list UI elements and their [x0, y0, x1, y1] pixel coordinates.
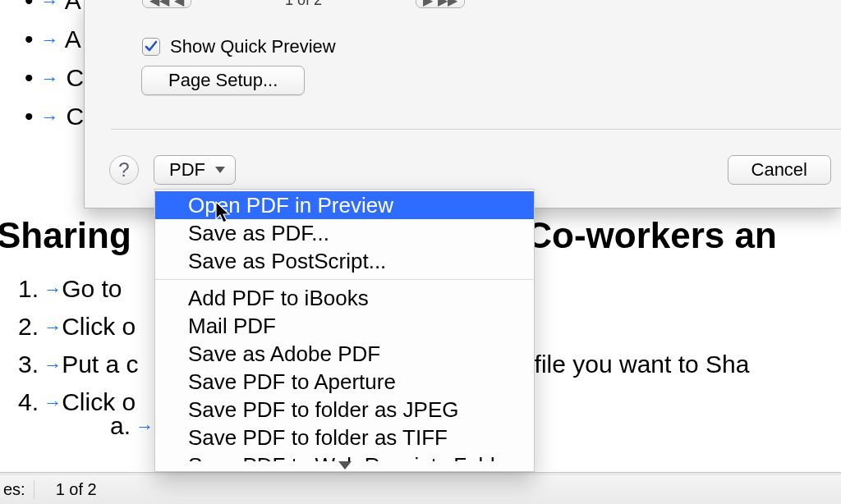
- menu-item-web-receipts[interactable]: Save PDF to Web Receipts Folder: [155, 451, 534, 461]
- menu-item-save-folder-jpeg[interactable]: Save PDF to folder as JPEG: [155, 396, 534, 424]
- status-bar: es: 1 of 2: [0, 474, 841, 504]
- pdf-dropdown-menu: Open PDF in Preview Save as PDF... Save …: [154, 189, 535, 472]
- tab-arrow-icon: →: [40, 0, 58, 11]
- menu-item-save-folder-tiff[interactable]: Save PDF to folder as TIFF: [155, 424, 534, 451]
- chevron-down-icon: [338, 461, 352, 470]
- tab-arrow-icon: →: [40, 30, 58, 50]
- menu-item-save-as-pdf[interactable]: Save as PDF...: [155, 219, 534, 247]
- menu-item-save-as-postscript[interactable]: Save as PostScript...: [155, 247, 534, 275]
- menu-scroll-indicator[interactable]: [155, 461, 534, 470]
- tab-arrow-icon: →: [131, 416, 154, 437]
- bullet-list: → A → A → C → C: [25, 0, 84, 136]
- page-setup-button[interactable]: Page Setup...: [141, 66, 305, 95]
- tab-arrow-icon: →: [40, 68, 58, 89]
- menu-item-save-as-adobe-pdf[interactable]: Save as Adobe PDF: [155, 340, 534, 368]
- pdf-dropdown-button[interactable]: PDF: [154, 155, 236, 185]
- chevron-down-icon: [215, 167, 225, 173]
- checkmark-icon: [145, 40, 158, 53]
- show-quick-preview-checkbox[interactable]: [142, 38, 160, 56]
- menu-item-save-to-aperture[interactable]: Save PDF to Aperture: [155, 368, 534, 396]
- sub-list-item: a. →: [110, 412, 154, 440]
- show-quick-preview-label: Show Quick Preview: [170, 36, 336, 57]
- preview-pager: ◀◀◀ 1 of 2 ▶▶▶: [142, 0, 465, 9]
- tab-arrow-icon: →: [40, 107, 58, 127]
- menu-item-open-pdf-preview[interactable]: Open PDF in Preview: [155, 191, 534, 219]
- pager-text: 1 of 2: [203, 0, 404, 9]
- pager-forward-buttons[interactable]: ▶▶▶: [416, 0, 465, 8]
- tab-arrow-icon: →: [39, 355, 62, 375]
- tab-arrow-icon: →: [39, 392, 62, 413]
- tab-arrow-icon: →: [39, 317, 62, 337]
- show-quick-preview-row[interactable]: Show Quick Preview: [142, 36, 336, 57]
- cancel-button[interactable]: Cancel: [728, 155, 831, 185]
- menu-item-mail-pdf[interactable]: Mail PDF: [155, 312, 534, 340]
- tab-arrow-icon: →: [39, 279, 62, 300]
- status-left-label: es:: [0, 480, 34, 499]
- menu-separator: [155, 279, 534, 280]
- dialog-divider: [111, 129, 841, 131]
- pdf-button-label: PDF: [169, 159, 205, 181]
- print-dialog: ◀◀◀ 1 of 2 ▶▶▶ Show Quick Preview Page S…: [84, 0, 841, 208]
- help-button[interactable]: ?: [109, 155, 139, 185]
- status-pages: 1 of 2: [44, 480, 108, 499]
- pager-back-buttons[interactable]: ◀◀◀: [142, 0, 191, 8]
- menu-item-add-to-ibooks[interactable]: Add PDF to iBooks: [155, 284, 534, 312]
